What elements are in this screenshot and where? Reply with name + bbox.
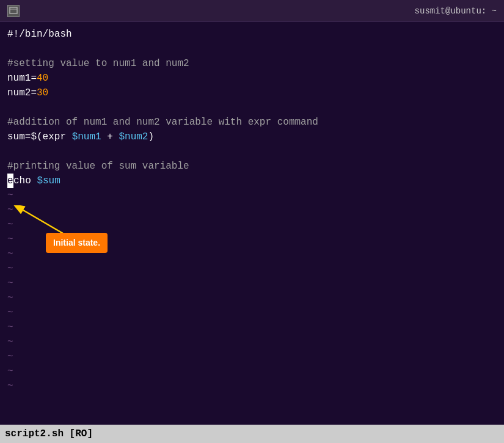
tilde-11: ~: [7, 335, 497, 350]
window-icon: [7, 5, 20, 17]
tilde-7: ~: [7, 276, 497, 291]
code-line-echo: echo $sum: [7, 174, 497, 188]
code-line-comment-2: #addition of num1 and num2 variable with…: [7, 115, 497, 130]
code-line-num1: num1=40: [7, 71, 497, 86]
tilde-1: ~: [7, 188, 497, 203]
code-line-sum: sum=$(expr $num1 + $num2): [7, 130, 497, 144]
code-line-comment-3: #printing value of sum variable: [7, 159, 497, 174]
tilde-8: ~: [7, 291, 497, 306]
svg-rect-0: [10, 7, 17, 13]
status-bar: script2.sh [RO]: [0, 425, 504, 443]
status-bar-text: script2.sh [RO]: [5, 428, 93, 439]
title-bar: susmit@ubuntu: ~: [0, 0, 504, 22]
code-line-blank-2: [7, 100, 497, 115]
tilde-13: ~: [7, 364, 497, 379]
tilde-10: ~: [7, 320, 497, 335]
code-line-blank-1: [7, 42, 497, 56]
tilde-9: ~: [7, 306, 497, 320]
code-line-comment-1: #setting value to num1 and num2: [7, 56, 497, 71]
code-line-blank-3: [7, 144, 497, 159]
code-line-num2: num2=30: [7, 86, 497, 100]
tooltip: Initial state.: [46, 233, 108, 253]
svg-line-3: [23, 210, 67, 236]
editor-area: #!/bin/bash #setting value to num1 and n…: [0, 22, 504, 425]
title-bar-left: [7, 5, 20, 17]
tilde-6: ~: [7, 262, 497, 276]
tilde-12: ~: [7, 350, 497, 364]
tilde-14: ~: [7, 379, 497, 394]
code-line-shebang: #!/bin/bash: [7, 27, 497, 42]
session-info: susmit@ubuntu: ~: [415, 6, 497, 16]
